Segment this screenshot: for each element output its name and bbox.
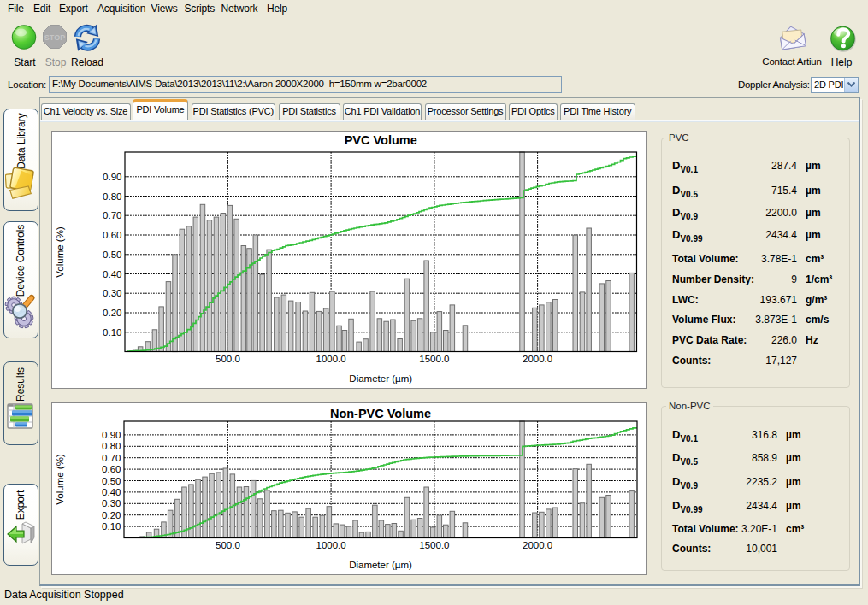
svg-text:Diameter (µm): Diameter (µm) — [349, 373, 412, 384]
svg-text:1500.0: 1500.0 — [419, 354, 449, 364]
svg-text:1500.0: 1500.0 — [419, 540, 449, 550]
svg-text:1000.0: 1000.0 — [316, 540, 345, 550]
svg-text:0.10: 0.10 — [103, 326, 121, 337]
svg-text:0.90: 0.90 — [102, 429, 121, 439]
svg-text:0.30: 0.30 — [103, 288, 121, 298]
svg-text:500.0: 500.0 — [216, 354, 240, 364]
svg-text:0.20: 0.20 — [102, 509, 121, 520]
svg-text:STOP: STOP — [44, 33, 65, 42]
svg-text:2000.0: 2000.0 — [523, 540, 552, 550]
svg-text:Non-PVC Volume: Non-PVC Volume — [329, 407, 430, 420]
svg-text:0.30: 0.30 — [102, 498, 121, 508]
svg-text:PVC Volume: PVC Volume — [344, 132, 416, 146]
svg-text:2000.0: 2000.0 — [523, 354, 552, 364]
svg-text:0.80: 0.80 — [102, 441, 121, 451]
svg-text:0.70: 0.70 — [102, 452, 121, 462]
svg-text:0.70: 0.70 — [103, 210, 121, 220]
svg-text:1000.0: 1000.0 — [316, 354, 345, 364]
svg-text:0.10: 0.10 — [102, 521, 121, 532]
svg-text:0.80: 0.80 — [103, 191, 121, 201]
svg-text:Volume (%): Volume (%) — [55, 454, 65, 505]
svg-text:0.20: 0.20 — [103, 308, 121, 318]
svg-text:0.40: 0.40 — [102, 486, 121, 496]
svg-text:0.40: 0.40 — [103, 268, 121, 279]
svg-text:Volume (%): Volume (%) — [55, 226, 65, 278]
svg-text:0.90: 0.90 — [103, 171, 121, 181]
svg-text:0.60: 0.60 — [103, 230, 121, 240]
svg-text:0.50: 0.50 — [102, 475, 121, 485]
svg-text:500.0: 500.0 — [216, 540, 240, 550]
svg-text:0.60: 0.60 — [102, 464, 121, 474]
svg-text:0.50: 0.50 — [103, 249, 121, 259]
svg-text:Diameter (µm): Diameter (µm) — [349, 560, 412, 570]
